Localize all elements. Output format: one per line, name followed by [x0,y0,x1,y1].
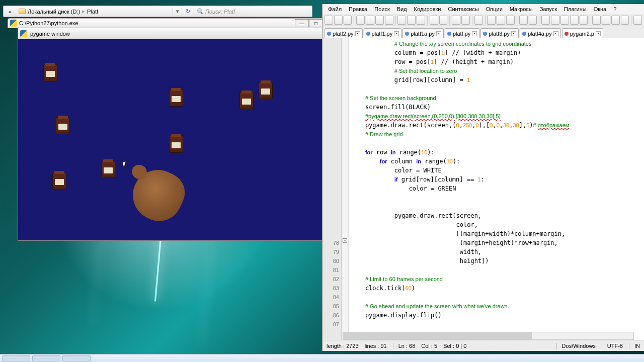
toolbar-icon[interactable] [560,16,569,25]
menu-item[interactable]: Синтаксисы [445,5,482,13]
toolbar-icon[interactable] [570,16,579,25]
nav-back-icon[interactable]: « [4,7,17,16]
toolbar-icon[interactable] [344,16,352,25]
editor-tab[interactable]: pygam2.p× [562,28,603,38]
toolbar-icon[interactable] [611,16,620,25]
line-number: 81 [323,265,339,275]
taskbar-item[interactable] [62,355,91,361]
breadcrumb[interactable]: Локальный диск (D:) ▸ Platf [17,8,173,15]
toolbar-icon[interactable] [551,16,559,25]
code-editor[interactable]: 78798081828384858687 − # Change the x/y … [323,38,644,340]
toolbar-icon[interactable] [375,16,384,25]
toolbar-icon[interactable] [452,16,460,25]
tab-close-icon[interactable]: × [472,31,477,36]
breadcrumb-dropdown[interactable]: ▾ [173,8,182,15]
toolbar-icon[interactable] [529,16,537,25]
toolbar-icon[interactable] [580,16,588,25]
menu-item[interactable]: Запуск [536,5,560,13]
toolbar-icon[interactable] [487,16,496,25]
toolbar-icon[interactable] [334,16,343,25]
editor-tab[interactable]: platf.py× [445,28,479,38]
status-line: Ln : 68 [393,343,416,349]
breadcrumb-item[interactable]: Platf [87,9,98,15]
code-area[interactable]: # Change the x/y screen coordinates to g… [349,38,644,340]
tab-close-icon[interactable]: × [436,31,441,36]
toolbar-separator [427,16,428,25]
editor-tab[interactable]: platf1.py× [364,28,402,38]
toolbar-icon[interactable] [439,16,448,25]
taskbar-item[interactable] [32,355,60,361]
toolbar-icon[interactable] [506,16,515,25]
toolbar-separator [449,16,450,25]
tab-close-icon[interactable]: × [596,31,601,36]
menu-item[interactable]: Макросы [506,5,536,13]
menu-item[interactable]: Правка [345,5,371,13]
fold-gutter[interactable]: − [342,38,349,340]
toolbar-icon[interactable] [397,16,406,25]
toolbar-separator [395,16,396,25]
menu-item[interactable]: Опции [482,5,506,13]
toolbar-icon[interactable] [602,16,610,25]
pygame-titlebar[interactable]: pygame window — □ ✕ [18,28,371,39]
maximize-button[interactable]: □ [309,19,323,27]
line-number: 85 [323,302,339,311]
mouse-cursor-icon [123,161,127,167]
refresh-icon[interactable]: ↻ [182,8,194,15]
menu-item[interactable]: Плагины [560,5,590,13]
toolbar-icon[interactable] [541,16,550,25]
search-input[interactable]: 🔍 Поиск: Platf [194,6,312,17]
editor-tab[interactable]: platf2.py× [325,28,363,38]
python-console-titlebar: C:\Python27\python.exe — □ ✕ [8,18,340,28]
toolbar-separator [631,16,631,25]
toolbar-icon[interactable] [385,16,393,25]
scrollbar-thumb[interactable] [343,332,532,339]
fold-collapse-icon[interactable]: − [343,238,347,243]
toolbar-icon[interactable] [325,16,333,25]
toolbar [323,14,644,26]
tab-close-icon[interactable]: × [553,31,558,36]
game-canvas[interactable] [18,39,371,240]
toolbar-icon[interactable] [633,16,642,25]
tab-bar: platf2.py×platf1.py×platf1a.py×platf.py×… [323,26,644,38]
taskbar-item[interactable] [2,355,30,361]
line-number: 86 [323,311,339,320]
jar-sprite [169,89,183,107]
toolbar-icon[interactable] [592,16,601,25]
minimize-button[interactable]: — [295,19,309,27]
menu-item[interactable]: Вид [393,5,411,13]
menu-item[interactable]: Кодировки [411,5,445,13]
menu-item[interactable]: ? [610,5,620,13]
toolbar-icon[interactable] [430,16,438,25]
toolbar-icon[interactable] [407,16,416,25]
taskbar[interactable] [0,354,644,362]
jar-sprite [239,92,254,109]
jar-sprite [56,117,70,134]
line-number: 83 [323,284,339,293]
toolbar-icon[interactable] [366,16,374,25]
tab-label: pygam2.p [570,31,594,37]
horizontal-scrollbar[interactable] [343,332,634,340]
toolbar-icon[interactable] [497,16,505,25]
tab-close-icon[interactable]: × [355,31,360,36]
toolbar-icon[interactable] [461,16,470,25]
editor-tab[interactable]: platf4a.py× [520,28,561,38]
jar-sprite [259,82,273,99]
menu-item[interactable]: Окна [590,5,610,13]
menu-item[interactable]: Файл [325,5,345,13]
editor-tab[interactable]: platf1a.py× [403,28,444,38]
editor-tab[interactable]: platf3.py× [480,28,519,38]
toolbar-icon[interactable] [474,16,483,25]
toolbar-separator [354,16,354,25]
toolbar-separator [485,16,486,25]
window-title: C:\Python27\python.exe [19,20,78,26]
toolbar-icon[interactable] [417,16,425,25]
menu-item[interactable]: Поиск [371,5,393,13]
tab-close-icon[interactable]: × [394,31,399,36]
tab-close-icon[interactable]: × [511,31,516,36]
menu-bar: ФайлПравкаПоискВидКодировкиСинтаксисыОпц… [323,4,644,14]
toolbar-icon[interactable] [621,16,629,25]
breadcrumb-item[interactable]: Локальный диск (D:) [28,9,80,15]
toolbar-icon[interactable] [519,16,528,25]
toolbar-icon[interactable] [356,16,365,25]
jar-sprite [43,64,57,81]
